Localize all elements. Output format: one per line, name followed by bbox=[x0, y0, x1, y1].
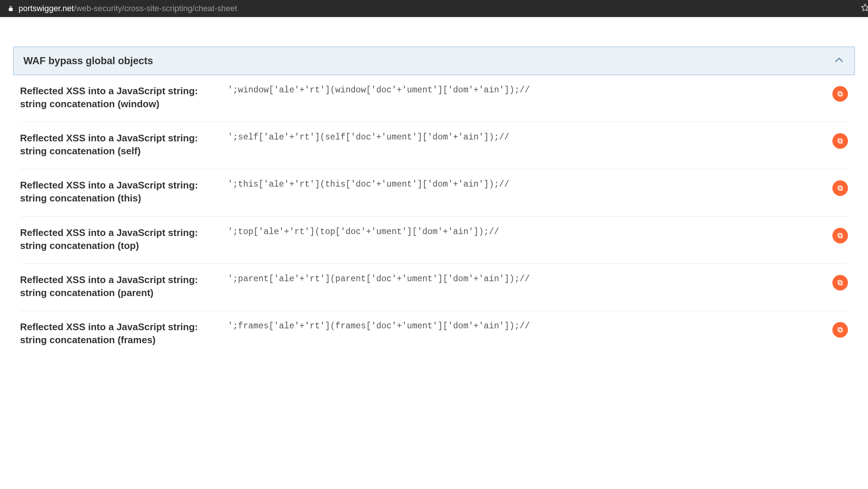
copy-button[interactable] bbox=[832, 228, 848, 243]
browser-address-bar[interactable]: portswigger.net/web-security/cross-site-… bbox=[0, 0, 868, 17]
cheat-sheet-row: Reflected XSS into a JavaScript string: … bbox=[20, 169, 848, 216]
copy-icon bbox=[836, 326, 844, 334]
copy-button[interactable] bbox=[832, 322, 848, 338]
url-text: portswigger.net/web-security/cross-site-… bbox=[19, 4, 237, 13]
svg-rect-4 bbox=[839, 187, 842, 190]
copy-button[interactable] bbox=[832, 86, 848, 102]
svg-rect-3 bbox=[838, 139, 841, 142]
row-title: Reflected XSS into a JavaScript string: … bbox=[20, 85, 220, 111]
cheat-sheet-row: Reflected XSS into a JavaScript string: … bbox=[20, 75, 848, 122]
row-code: ';this['ale'+'rt'](this['doc'+'ument']['… bbox=[228, 179, 818, 189]
bookmark-star-icon[interactable] bbox=[860, 3, 868, 14]
cheat-sheet-row: Reflected XSS into a JavaScript string: … bbox=[20, 264, 848, 311]
row-title: Reflected XSS into a JavaScript string: … bbox=[20, 132, 220, 158]
row-code: ';window['ale'+'rt'](window['doc'+'ument… bbox=[228, 85, 818, 95]
section-title: WAF bypass global objects bbox=[23, 55, 153, 67]
row-code: ';top['ale'+'rt'](top['doc'+'ument']['do… bbox=[228, 226, 818, 237]
copy-button-column bbox=[826, 85, 848, 102]
page-content: WAF bypass global objects Reflected XSS … bbox=[0, 17, 868, 358]
copy-button-column bbox=[826, 321, 848, 338]
cheat-sheet-row: Reflected XSS into a JavaScript string: … bbox=[20, 311, 848, 358]
copy-button-column bbox=[826, 273, 848, 291]
svg-rect-8 bbox=[839, 281, 842, 285]
row-title: Reflected XSS into a JavaScript string: … bbox=[20, 226, 220, 252]
svg-rect-1 bbox=[838, 92, 841, 95]
chevron-up-icon bbox=[834, 55, 845, 67]
row-code: ';frames['ale'+'rt'](frames['doc'+'ument… bbox=[228, 321, 818, 331]
svg-rect-11 bbox=[838, 328, 841, 331]
svg-rect-6 bbox=[839, 234, 842, 237]
copy-icon bbox=[836, 279, 844, 286]
row-title: Reflected XSS into a JavaScript string: … bbox=[20, 273, 220, 299]
row-code: ';self['ale'+'rt'](self['doc'+'ument']['… bbox=[228, 132, 818, 142]
copy-icon bbox=[836, 232, 844, 239]
copy-button-column bbox=[826, 132, 848, 149]
svg-rect-0 bbox=[839, 93, 842, 96]
url-domain: portswigger.net bbox=[19, 4, 74, 13]
svg-rect-9 bbox=[838, 280, 841, 284]
row-title: Reflected XSS into a JavaScript string: … bbox=[20, 179, 220, 205]
copy-button[interactable] bbox=[832, 133, 848, 149]
copy-button[interactable] bbox=[832, 180, 848, 196]
copy-icon bbox=[836, 137, 844, 145]
lock-icon bbox=[7, 5, 14, 12]
copy-button-column bbox=[826, 179, 848, 196]
copy-icon bbox=[836, 184, 844, 192]
svg-rect-5 bbox=[838, 186, 841, 190]
url-path: /web-security/cross-site-scripting/cheat… bbox=[74, 4, 237, 13]
svg-rect-10 bbox=[839, 329, 842, 332]
copy-icon bbox=[836, 90, 844, 98]
copy-button-column bbox=[826, 226, 848, 243]
svg-rect-2 bbox=[839, 140, 842, 143]
row-title: Reflected XSS into a JavaScript string: … bbox=[20, 321, 220, 347]
cheat-sheet-row: Reflected XSS into a JavaScript string: … bbox=[20, 217, 848, 264]
copy-button[interactable] bbox=[832, 275, 848, 291]
section-header[interactable]: WAF bypass global objects bbox=[13, 47, 855, 75]
row-code: ';parent['ale'+'rt'](parent['doc'+'ument… bbox=[228, 273, 818, 284]
cheat-sheet-rows: Reflected XSS into a JavaScript string: … bbox=[13, 75, 855, 358]
cheat-sheet-row: Reflected XSS into a JavaScript string: … bbox=[20, 122, 848, 169]
svg-rect-7 bbox=[838, 233, 841, 237]
